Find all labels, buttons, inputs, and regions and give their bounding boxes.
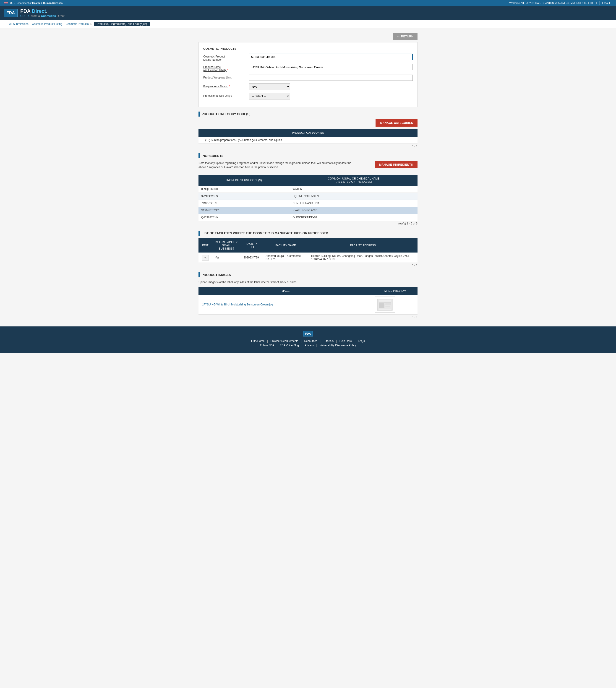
agency-text: U.S. Department of Health & Human Servic… <box>10 2 63 4</box>
footer-vulnerability-disclosure[interactable]: Vulnerability Disclosure Policy <box>320 344 356 347</box>
unii-col-header: INGREDIENT UNII CODE(S) <box>198 175 290 186</box>
ingredient-unii: S270N0TRQY <box>198 207 290 214</box>
cosmetic-products-title: COSMETIC PRODUCTS <box>203 47 413 50</box>
breadcrumb-all-submissions[interactable]: All Submissions <box>9 22 28 25</box>
svg-rect-1 <box>379 300 391 302</box>
manage-categories-row: MANAGE CATEGORIES <box>198 119 418 127</box>
ingredient-unii: 3221SCV0LS <box>198 193 290 200</box>
manage-ingredients-button[interactable]: MANAGE INGREDIENTS <box>375 161 418 168</box>
separator: | <box>596 2 597 4</box>
breadcrumb-sep3: ► <box>90 22 93 25</box>
professional-use-select-wrap: -- Select -- Yes No <box>249 93 413 99</box>
footer-fda-logo: FDA <box>303 331 313 336</box>
svg-rect-3 <box>379 304 384 308</box>
app-header: FDA FDA Direct. CDER Direct & Cosmetics … <box>0 6 616 20</box>
product-name-input-wrap <box>249 64 413 70</box>
product-name-row: Product Name(As listed on label): * <box>203 64 413 72</box>
listing-number-input[interactable] <box>249 53 413 60</box>
professional-use-select[interactable]: -- Select -- Yes No <box>249 93 290 99</box>
ingredient-name: HYALURONIC ACID <box>290 207 418 214</box>
professional-use-row: Professional Use Only : -- Select -- Yes… <box>203 93 413 99</box>
ingredient-name: OLIGOPEPTIDE-10 <box>290 214 418 221</box>
product-categories-table: PRODUCT CATEGORIES (15) Suntan preparati… <box>198 129 418 144</box>
image-file-link[interactable]: JAYSUING White Birch Moisturizing Sunscr… <box>202 303 273 306</box>
footer-help-desk[interactable]: Help Desk <box>339 339 352 342</box>
fragrance-select-wrap: N/A Fragrance Flavor Both <box>249 84 413 90</box>
product-category-header: PRODUCT CATEGORY CODE(S) <box>198 112 418 116</box>
webpage-link-input[interactable] <box>249 74 413 81</box>
main-content: << RETURN COSMETIC PRODUCTS Cosmetic Pro… <box>194 33 422 319</box>
footer-tutorials[interactable]: Tutorials <box>323 339 333 342</box>
table-row: 059QF0K00R WATER <box>198 186 418 193</box>
name-col-header: COMMON, USUAL OR CHEMICAL NAME(AS LISTED… <box>290 175 418 186</box>
manage-categories-button[interactable]: MANAGE CATEGORIES <box>376 119 418 127</box>
facilities-table: EDIT IS THIS FACILITYSMALL BUSINESS? FAC… <box>198 238 418 263</box>
top-bar-agency: U.S. Department of Health & Human Servic… <box>4 2 63 4</box>
footer-resources[interactable]: Resources <box>304 339 317 342</box>
facilities-section: LIST OF FACILITIES WHERE THE COSMETIC IS… <box>198 230 418 268</box>
ingredients-header: INGREDIENTS <box>198 153 418 158</box>
ingredient-unii: 7M867G6T1U <box>198 200 290 207</box>
svg-rect-6 <box>379 309 391 310</box>
top-bar-user: Welcome ZHENGYINGDAI - SHANTOU YOUJIA E-… <box>509 1 612 5</box>
product-name-input[interactable] <box>249 64 413 70</box>
footer-follow-fda[interactable]: Follow FDA <box>260 344 274 347</box>
welcome-text: Welcome ZHENGYINGDAI - SHANTOU YOUJIA E-… <box>509 2 594 4</box>
facility-name: Shantou Youjia E-Commerce Co., Ltd. <box>263 252 308 263</box>
return-btn-row: << RETURN <box>198 33 418 40</box>
facilities-blue-bar <box>198 230 200 236</box>
fragrance-select[interactable]: N/A Fragrance Flavor Both <box>249 84 290 90</box>
fragrance-label: Fragrance or Flavor: * <box>203 84 249 88</box>
app-title-block: FDA Direct. CDER Direct & Cosmetics Dire… <box>20 8 65 18</box>
product-images-note: Upload image(s) of the label, any sides … <box>198 280 418 284</box>
ingredient-name: CENTELLA ASIATICA <box>290 200 418 207</box>
category-pagination: 1 - 1 <box>198 144 418 149</box>
ingredient-name: WATER <box>290 186 418 193</box>
facilities-header: LIST OF FACILITIES WHERE THE COSMETIC IS… <box>198 230 418 236</box>
webpage-link-row: Product Webpage Link: <box>203 74 413 81</box>
table-row: S270N0TRQY HYALURONIC ACID <box>198 207 418 214</box>
webpage-link-label: Product Webpage Link: <box>203 74 249 79</box>
table-row: (15) Suntan preparations - (A) Suntan ge… <box>198 137 418 144</box>
breadcrumb-sep2: | <box>64 22 64 25</box>
ingredient-unii: Q46328TRNK <box>198 214 290 221</box>
breadcrumb: All Submissions | Cosmetic Product Listi… <box>0 20 616 28</box>
facilities-pagination: 1 - 1 <box>198 263 418 268</box>
logout-button[interactable]: Logout <box>599 1 612 5</box>
categories-table-header: PRODUCT CATEGORIES <box>198 129 418 137</box>
ingredients-section: INGREDIENTS Note that any update regardi… <box>198 153 418 226</box>
usa-flag-icon <box>4 2 8 4</box>
footer-fda-home[interactable]: FDA Home <box>251 339 265 342</box>
site-footer: FDA FDA Home | Browser Requirements | Re… <box>0 327 616 353</box>
breadcrumb-cosmetic-listing[interactable]: Cosmetic Product Listing <box>32 22 62 25</box>
footer-links-row2: Follow FDA | FDA Voice Blog | Privacy | … <box>4 344 612 347</box>
footer-browser-requirements[interactable]: Browser Requirements <box>270 339 299 342</box>
product-images-section: PRODUCT IMAGES Upload image(s) of the la… <box>198 272 418 319</box>
ingredients-table: INGREDIENT UNII CODE(S) COMMON, USUAL OR… <box>198 175 418 221</box>
table-row: JAYSUING White Birch Moisturizing Sunscr… <box>198 295 418 315</box>
ingredients-title: INGREDIENTS <box>202 154 224 158</box>
footer-fda-voice-blog[interactable]: FDA Voice Blog <box>280 344 299 347</box>
footer-links-row1: FDA Home | Browser Requirements | Resour… <box>4 339 612 342</box>
images-blue-bar <box>198 272 200 278</box>
top-bar: U.S. Department of Health & Human Servic… <box>0 0 616 6</box>
ingredient-name: EQUINE COLLAGEN <box>290 193 418 200</box>
footer-faqs[interactable]: FAQs <box>358 339 365 342</box>
facility-fei: 3029934799 <box>241 252 263 263</box>
image-preview-cell <box>372 295 418 315</box>
listing-number-input-wrap <box>249 53 413 60</box>
listing-number-row: Cosmetic ProductListing Number: <box>203 53 413 61</box>
image-col-header: IMAGE <box>198 287 372 295</box>
preview-col-header: IMAGE PREVIEW <box>372 287 418 295</box>
return-button[interactable]: << RETURN <box>393 33 418 40</box>
facilities-title: LIST OF FACILITIES WHERE THE COSMETIC IS… <box>202 231 328 235</box>
fei-col-header: FACILITY FEI <box>241 238 263 252</box>
breadcrumb-cosmetic-products[interactable]: Cosmetic Products <box>66 22 89 25</box>
product-category-title: PRODUCT CATEGORY CODE(S) <box>202 112 250 116</box>
ingredients-note: Note that any update regarding Fragrance… <box>198 161 354 169</box>
svg-rect-4 <box>386 304 391 305</box>
category-blue-bar <box>198 112 200 116</box>
edit-facility-button[interactable]: ✎ <box>202 255 209 261</box>
facility-small-business: Yes <box>212 252 241 263</box>
footer-privacy[interactable]: Privacy <box>305 344 314 347</box>
